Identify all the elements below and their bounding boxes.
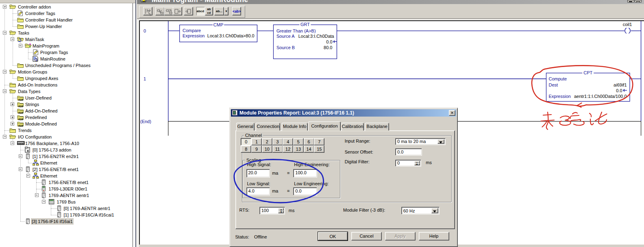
svg-text:Compute: Compute <box>549 76 567 81</box>
svg-text:1: 1 <box>144 76 146 81</box>
svg-text:Source A: Source A <box>276 34 295 39</box>
svg-text:Expression: Expression <box>183 33 205 38</box>
svg-text:Source B: Source B <box>276 45 295 50</box>
svg-text:0.0: 0.0 <box>326 39 332 44</box>
svg-text:coil1: coil1 <box>623 22 632 27</box>
svg-text:80.0: 80.0 <box>324 45 332 50</box>
svg-text:Local:3:I.Ch0Data: Local:3:I.Ch0Data <box>298 34 335 39</box>
svg-text:Compare: Compare <box>183 28 201 33</box>
svg-text:0: 0 <box>144 28 146 33</box>
svg-text:0.0: 0.0 <box>616 88 622 93</box>
svg-text:CPT: CPT <box>583 70 592 75</box>
svg-text:Expression: Expression <box>549 94 571 99</box>
svg-text:Dest: Dest <box>549 82 558 87</box>
svg-text:aentr1:1:I.Ch00Data/100.0: aentr1:1:I.Ch00Data/100.0 <box>574 94 627 99</box>
svg-text:Greater Than (A>B): Greater Than (A>B) <box>276 28 316 33</box>
svg-text:(End): (End) <box>140 119 151 124</box>
svg-text:GRT: GRT <box>300 22 310 27</box>
svg-text:ai69if1: ai69if1 <box>614 82 627 87</box>
svg-text:CMP: CMP <box>213 22 223 27</box>
svg-text:Local:3:I.Ch0Data>80.0: Local:3:I.Ch0Data>80.0 <box>207 33 255 38</box>
